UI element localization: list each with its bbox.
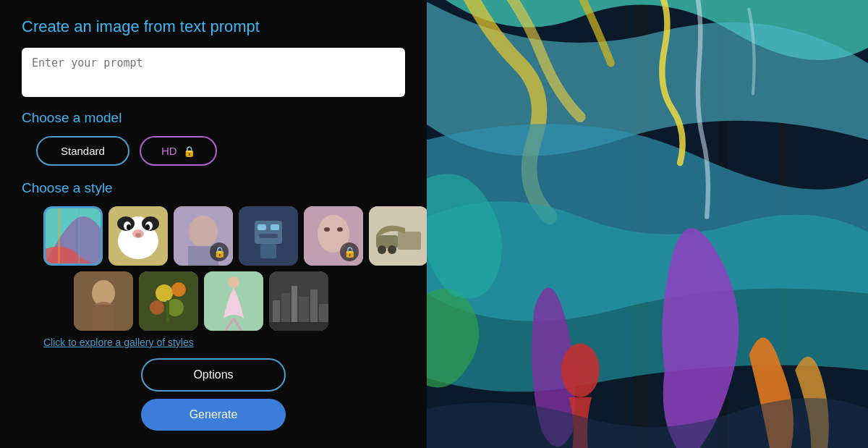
svg-point-26 (337, 227, 343, 232)
svg-point-38 (150, 300, 164, 315)
svg-rect-18 (255, 221, 282, 244)
style-section-title: Choose a style (22, 180, 405, 196)
style-portrait[interactable]: 🔒 (174, 206, 233, 266)
standard-model-button[interactable]: Standard (36, 136, 129, 166)
hd-label: HD (161, 145, 177, 157)
style-ballet[interactable] (204, 271, 263, 331)
svg-rect-20 (271, 224, 279, 230)
page-title: Create an image from text prompt (22, 17, 405, 36)
svg-point-29 (378, 245, 386, 254)
svg-point-36 (156, 284, 173, 302)
svg-point-42 (228, 276, 239, 288)
svg-point-13 (135, 233, 141, 237)
hd-model-button[interactable]: HD 🔒 (140, 136, 217, 166)
svg-rect-40 (166, 300, 169, 322)
svg-point-57 (561, 343, 600, 397)
artwork-display (427, 0, 868, 448)
model-section-title: Choose a model (22, 110, 405, 126)
svg-point-25 (324, 227, 330, 232)
svg-rect-52 (269, 322, 328, 331)
style-panda[interactable] (109, 206, 168, 266)
style-vintage[interactable] (369, 206, 428, 266)
style-row-1: 🔒 (43, 206, 405, 266)
portrait-lock-icon: 🔒 (210, 242, 229, 261)
hd-lock-icon: 🔒 (183, 145, 195, 157)
right-panel (427, 0, 868, 448)
prompt-input[interactable] (22, 48, 405, 97)
svg-point-11 (145, 224, 150, 230)
svg-point-30 (388, 245, 396, 254)
svg-point-10 (127, 224, 131, 230)
left-panel: Create an image from text prompt Choose … (0, 0, 427, 448)
style-city[interactable] (269, 271, 328, 331)
model-buttons: Standard HD 🔒 (36, 136, 405, 166)
style-grid: 🔒 (43, 206, 405, 331)
style-abstract[interactable] (43, 206, 103, 266)
face-lock-icon: 🔒 (340, 242, 359, 261)
svg-point-15 (189, 216, 218, 248)
gallery-link[interactable]: Click to explore a gallery of styles (43, 337, 405, 348)
svg-rect-21 (259, 234, 278, 238)
style-flowers[interactable] (139, 271, 198, 331)
svg-rect-22 (260, 244, 276, 258)
style-row-2 (74, 271, 405, 331)
style-face[interactable]: 🔒 (304, 206, 363, 266)
style-mona[interactable] (74, 271, 133, 331)
svg-rect-34 (93, 305, 114, 331)
svg-rect-19 (258, 224, 266, 230)
svg-rect-31 (398, 232, 421, 250)
svg-point-37 (171, 282, 186, 297)
options-button[interactable]: Options (141, 358, 286, 392)
generate-button[interactable]: Generate (141, 399, 286, 431)
style-robot[interactable] (239, 206, 298, 266)
